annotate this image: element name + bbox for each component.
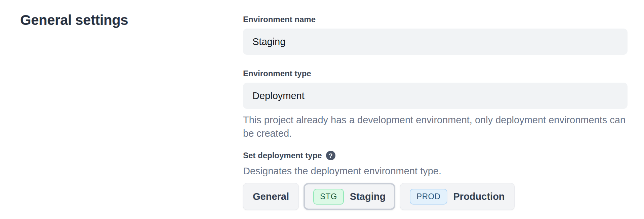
deployment-type-options: General STG Staging PROD Production [243, 183, 628, 210]
stg-badge: STG [313, 189, 344, 205]
environment-name-label: Environment name [243, 15, 628, 24]
option-staging-label: Staging [350, 191, 386, 202]
deployment-type-header: Set deployment type ? [243, 151, 628, 160]
question-mark-icon[interactable]: ? [326, 151, 335, 160]
deployment-type-option-staging[interactable]: STG Staging [304, 183, 395, 210]
deployment-type-option-production[interactable]: PROD Production [400, 183, 514, 210]
environment-type-help-text: This project already has a development e… [243, 113, 628, 140]
page-title: General settings [20, 12, 128, 28]
environment-name-input[interactable] [243, 29, 628, 55]
option-production-label: Production [453, 191, 505, 202]
environment-type-label: Environment type [243, 69, 628, 78]
deployment-type-label: Set deployment type [243, 151, 322, 160]
option-general-label: General [253, 191, 289, 202]
deployment-type-description: Designates the deployment environment ty… [243, 164, 628, 178]
general-settings-form: Environment name Environment type This p… [243, 15, 628, 210]
environment-type-input[interactable] [243, 83, 628, 109]
deployment-type-option-general[interactable]: General [243, 183, 299, 210]
prod-badge: PROD [410, 189, 447, 205]
